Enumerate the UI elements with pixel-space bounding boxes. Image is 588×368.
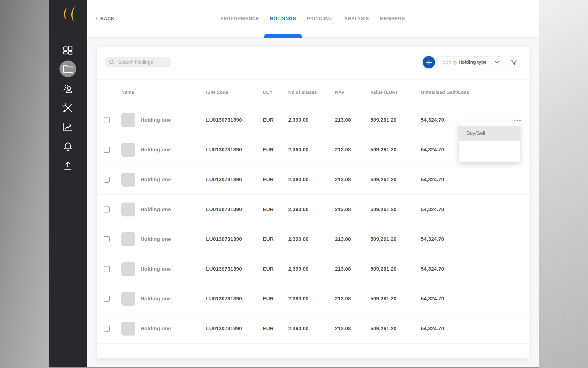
holding-gain: 54,324.70 [421, 177, 477, 183]
row-checkbox[interactable] [104, 147, 110, 153]
chevron-down-icon [491, 56, 503, 68]
table-row[interactable]: Holding one LU0130731390 EUR 2,390.00 21… [97, 254, 529, 284]
holding-shares: 2,390.00 [288, 117, 335, 123]
row-checkbox[interactable] [104, 296, 110, 302]
card-toolbar: Sort by Holding type [97, 47, 529, 80]
table-row[interactable]: Holding one LU0130731390 EUR 2,390.00 21… [97, 314, 529, 344]
table-row[interactable]: Holding one LU0130731390 EUR 2,390.00 21… [97, 224, 529, 254]
row-checkbox-cell [97, 206, 117, 212]
holding-name: Holding one [140, 206, 171, 212]
filter-funnel-icon [511, 59, 517, 65]
row-name-cell: Holding one [117, 173, 191, 186]
members-icon[interactable] [62, 83, 73, 94]
row-name-cell: Holding one [117, 202, 191, 216]
add-holding-button[interactable] [423, 56, 435, 68]
holding-shares: 2,390.00 [288, 296, 335, 302]
table-row[interactable]: Holding one LU0130731390 EUR 2,390.00 21… [97, 284, 529, 314]
plus-icon [425, 59, 432, 66]
screen: ‹ BACK PERFORMANCE HOLDINGS PRINCIPAL AN… [0, 0, 588, 368]
holding-nav: 213.08 [335, 177, 370, 183]
portfolio-folder-icon[interactable] [60, 61, 76, 77]
table-row[interactable]: Holding one LU0130731390 EUR 2,390.00 21… [97, 195, 529, 225]
row-name-cell: Holding one [117, 232, 191, 246]
holding-avatar [121, 202, 135, 216]
holding-shares: 2,390.00 [288, 326, 335, 332]
column-header-shares: No of shares [288, 90, 335, 95]
holding-ccy: EUR [263, 177, 288, 183]
holding-isin: LU0130731390 [191, 147, 263, 153]
tab-members[interactable]: MEMBERS [380, 0, 405, 37]
filter-button[interactable] [508, 56, 520, 68]
holding-gain: 54,324.70 [421, 266, 477, 272]
holding-isin: LU0130731390 [191, 326, 263, 332]
table-row[interactable]: Holding one LU0130731390 EUR 2,390.00 21… [97, 165, 529, 195]
dashboard-icon[interactable] [62, 45, 73, 56]
column-header-value: Value (EUR) [370, 90, 421, 95]
row-checkbox[interactable] [104, 326, 110, 332]
holding-isin: LU0130731390 [191, 296, 263, 302]
holding-isin: LU0130731390 [191, 177, 263, 183]
holding-value: 509,261.20 [370, 326, 421, 332]
column-header-ccy: CCY [263, 90, 288, 95]
row-checkbox[interactable] [104, 117, 110, 123]
holding-gain: 54,324.70 [421, 117, 477, 123]
holding-avatar [121, 322, 135, 336]
holding-shares: 2,390.00 [288, 236, 335, 242]
row-checkbox[interactable] [104, 177, 110, 183]
backdrop-left [0, 0, 49, 368]
holding-value: 509,261.20 [370, 266, 421, 272]
menu-item-buy-sell[interactable]: Buy/Sell [459, 126, 520, 141]
holding-value: 509,261.20 [370, 147, 421, 153]
row-name-cell: Holding one [117, 143, 191, 157]
holding-name: Holding one [140, 296, 171, 302]
notifications-icon[interactable] [62, 141, 73, 152]
holding-isin: LU0130731390 [191, 206, 263, 212]
holding-isin: LU0130731390 [191, 266, 263, 272]
tools-icon[interactable] [62, 102, 73, 114]
holding-name: Holding one [140, 326, 171, 332]
column-header-isin: ISIN Code [191, 90, 263, 95]
holding-nav: 213.08 [335, 236, 370, 242]
sidebar [49, 0, 87, 367]
tab-principal[interactable]: PRINCIPAL [307, 0, 333, 37]
sort-dropdown[interactable]: Sort by Holding type [436, 56, 503, 68]
holding-value: 509,261.20 [370, 206, 421, 212]
main-area: ‹ BACK PERFORMANCE HOLDINGS PRINCIPAL AN… [87, 0, 539, 367]
row-checkbox[interactable] [104, 266, 110, 272]
tab-analysis[interactable]: ANALYSIS [344, 0, 369, 37]
holding-avatar [121, 113, 135, 127]
backdrop-right [539, 0, 588, 368]
search-input[interactable] [118, 59, 171, 65]
holding-value: 509,261.20 [370, 296, 421, 302]
top-navigation-bar: ‹ BACK PERFORMANCE HOLDINGS PRINCIPAL AN… [87, 0, 539, 38]
row-checkbox[interactable] [104, 206, 110, 212]
row-checkbox-cell [97, 147, 117, 153]
performance-chart-icon[interactable] [62, 122, 73, 133]
holding-nav: 213.08 [335, 117, 370, 123]
row-name-cell: Holding one [117, 292, 191, 306]
holding-ccy: EUR [263, 266, 288, 272]
holding-shares: 2,390.00 [288, 177, 335, 183]
holding-avatar [121, 232, 135, 246]
holding-name: Holding one [140, 147, 171, 153]
sort-prefix: Sort by [443, 60, 459, 65]
tab-performance[interactable]: PERFORMANCE [221, 0, 259, 37]
holdings-card: Sort by Holding type [97, 47, 529, 358]
search-box[interactable] [105, 57, 171, 67]
upload-icon[interactable] [62, 160, 73, 171]
column-header-gain: Unrealised Gain/Loss [421, 90, 477, 95]
column-header-name: Name [117, 90, 191, 95]
tab-holdings[interactable]: HOLDINGS [270, 0, 296, 37]
holding-value: 509,261.20 [370, 236, 421, 242]
column-header-nav: NAV [335, 90, 370, 95]
holding-ccy: EUR [263, 147, 288, 153]
row-checkbox[interactable] [104, 236, 110, 242]
row-name-cell: Holding one [117, 262, 191, 276]
row-checkbox-cell [97, 326, 117, 332]
row-checkbox-cell [97, 266, 117, 272]
holding-value: 509,261.20 [370, 117, 421, 123]
content-area: Sort by Holding type [87, 38, 539, 367]
holding-name: Holding one [140, 117, 171, 123]
menu-item-blank[interactable] [459, 141, 520, 162]
holding-shares: 2,390.00 [288, 206, 335, 212]
